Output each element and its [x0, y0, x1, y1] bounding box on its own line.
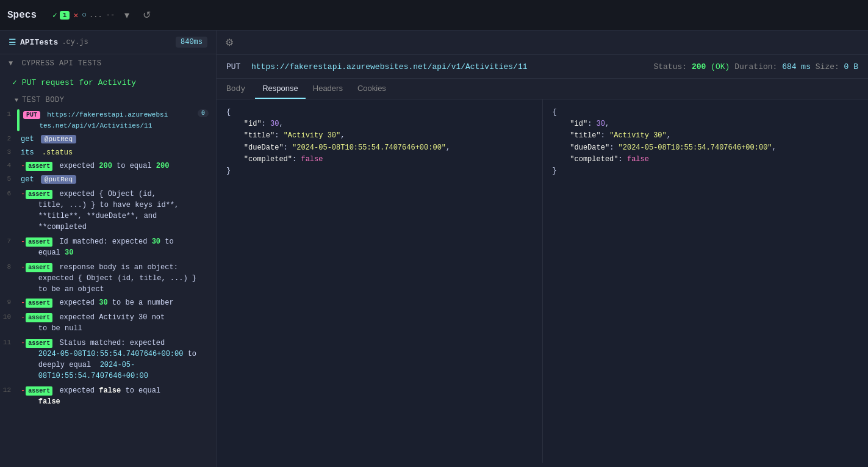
dropdown-button[interactable]: ▾ — [121, 7, 133, 23]
browser-bar: ⚙ — [217, 31, 868, 55]
file-title-group: ☰ APITests .cy.js — [9, 37, 88, 48]
http-request-bar: PUT https://fakerestapi.azurewebsites.ne… — [217, 55, 868, 79]
assert-badge-6: assert — [26, 190, 52, 199]
tab-response[interactable]: Response — [255, 79, 306, 99]
pass-count: 1 — [60, 11, 70, 20]
assert-badge-10: assert — [26, 313, 52, 322]
line-content-12: -assert expected false to equal false — [17, 385, 211, 407]
http-duration-label: Duration: — [734, 62, 782, 71]
refresh-button[interactable]: ↺ — [139, 7, 154, 23]
tabs-row: Body Response Headers Cookies — [217, 79, 868, 100]
its-keyword: its — [21, 148, 34, 157]
test-body-label: TEST BODY — [22, 96, 64, 104]
code-line-1[interactable]: 1 PUT https://fakerestapi.azurewebsi tes… — [0, 108, 216, 132]
get-keyword-5: get — [21, 175, 34, 184]
http-status-label: Status: — [653, 62, 691, 71]
assert-text-9: expected 30 to be a number — [59, 299, 173, 307]
top-bar: Specs ✓ 1 ✕ ○ ... -- ▾ ↺ — [0, 0, 868, 31]
code-line-12[interactable]: 12 -assert expected false to equal false — [0, 383, 216, 408]
line-content-2: get @putReq — [17, 134, 211, 145]
http-method-url: PUT https://fakerestapi.azurewebsites.ne… — [226, 61, 528, 72]
assert-badge-9: assert — [26, 299, 52, 308]
test-item[interactable]: ✓ PUT request for Activity — [0, 73, 216, 92]
line-num-11: 11 — [0, 338, 17, 346]
line-num-5: 5 — [0, 174, 17, 183]
line-content-10: -assert expected Activity 30 not to be n… — [17, 312, 211, 334]
code-line-11[interactable]: 11 -assert Status matched: expected 2024… — [0, 335, 216, 383]
code-line-2[interactable]: 2 get @putReq — [0, 132, 216, 146]
line-content-8: -assert response body is an object: expe… — [17, 262, 211, 295]
main-layout: ☰ APITests .cy.js 840ms ▼ Cypress API te… — [0, 31, 868, 467]
http-method-label: PUT — [226, 62, 240, 71]
line-num-6: 6 — [0, 189, 17, 197]
http-url-label: https://fakerestapi.azurewebsites.net/ap… — [251, 62, 527, 71]
suite-header: ▼ Cypress API tests — [0, 54, 216, 73]
spinner-label: ... — [89, 11, 102, 20]
assert-prefix-8: - — [21, 263, 25, 272]
assert-prefix-9: - — [21, 299, 25, 307]
line-content-5: get @putReq — [17, 174, 211, 185]
assert-badge-12: assert — [26, 386, 52, 396]
assert-prefix-11: - — [21, 339, 25, 347]
code-line-7[interactable]: 7 -assert Id matched: expected 30 to equ… — [0, 234, 216, 259]
response-body-panel: { "id": 30, "title": "Activity 30", "due… — [543, 100, 869, 463]
test-controls: ✓ 1 ✕ ○ ... -- — [52, 10, 115, 20]
code-line-10[interactable]: 10 -assert expected Activity 30 not to b… — [0, 310, 216, 335]
suite-name: Cypress API tests — [21, 59, 101, 68]
dash-label: -- — [106, 11, 115, 20]
line-content-1: PUT https://fakerestapi.azurewebsi tes.n… — [23, 109, 198, 131]
line-num-9: 9 — [0, 297, 17, 306]
code-line-6[interactable]: 6 -assert expected { Object (id, title, … — [0, 186, 216, 234]
assert-prefix-10: - — [21, 313, 25, 322]
code-line-9[interactable]: 9 -assert expected 30 to be a number — [0, 296, 216, 310]
duration-badge: 840ms — [176, 37, 207, 48]
pass-badge: ✓ 1 — [52, 10, 70, 20]
code-line-8[interactable]: 8 -assert response body is an object: ex… — [0, 259, 216, 296]
app-title: Specs — [7, 10, 37, 21]
line-content-11: -assert Status matched: expected 2024-05… — [17, 338, 211, 382]
code-line-4[interactable]: 4 -assert expected 200 to equal 200 — [0, 159, 216, 173]
test-body-arrow: ▼ — [15, 97, 18, 104]
assert-prefix-12: - — [21, 386, 25, 395]
http-area: PUT https://fakerestapi.azurewebsites.ne… — [217, 55, 868, 467]
assert-text-4: expected 200 to equal 200 — [59, 162, 169, 170]
line-num-2: 2 — [0, 134, 17, 142]
line-content-3: its .status — [17, 147, 211, 158]
assert-prefix-7: - — [21, 237, 25, 246]
http-size-val: 0 B — [844, 62, 858, 71]
suite-arrow: ▼ — [9, 59, 13, 68]
tab-headers[interactable]: Headers — [306, 79, 350, 99]
file-name: APITests — [20, 38, 58, 47]
code-line-5[interactable]: 5 get @putReq — [0, 173, 216, 186]
test-check-icon: ✓ — [12, 78, 17, 87]
line-indicator-1 — [17, 109, 20, 131]
line-content-7: -assert Id matched: expected 30 to equal… — [17, 236, 211, 258]
left-panel: ☰ APITests .cy.js 840ms ▼ Cypress API te… — [0, 31, 217, 467]
test-name: PUT request for Activity — [22, 78, 136, 87]
spinner-badge: ○ ... — [82, 10, 102, 20]
status-prop: .status — [42, 148, 73, 157]
two-col-body: { "id": 30, "title": "Activity 30", "due… — [217, 100, 868, 463]
test-body-header: ▼ TEST BODY — [0, 92, 216, 108]
get-keyword-2: get — [21, 135, 34, 143]
line-content-6: -assert expected { Object (id, title, ..… — [17, 189, 211, 233]
line-num-7: 7 — [0, 236, 17, 245]
line-num-3: 3 — [0, 147, 17, 156]
line-content-4: -assert expected 200 to equal 200 — [17, 161, 211, 172]
request-json: { "id": 30, "title": "Activity 30", "due… — [226, 107, 533, 177]
right-panel: ⚙ PUT https://fakerestapi.azurewebsites.… — [217, 31, 868, 467]
http-status-text: (OK) — [711, 62, 730, 71]
file-header: ☰ APITests .cy.js 840ms — [0, 31, 216, 54]
assert-prefix-4: - — [21, 162, 25, 170]
code-line-3[interactable]: 3 its .status — [0, 146, 216, 159]
line-num-8: 8 — [0, 262, 17, 270]
assert-badge-4: assert — [26, 162, 52, 171]
settings-icon[interactable]: ⚙ — [223, 34, 236, 51]
http-size-label: Size: — [816, 62, 844, 71]
tab-cookies[interactable]: Cookies — [350, 79, 393, 99]
http-status-group: Status: 200 (OK) Duration: 684 ms Size: … — [653, 62, 858, 71]
request-counter: 0 — [198, 109, 209, 117]
line-num-1: 1 — [0, 109, 17, 118]
body-label: Body — [226, 79, 245, 98]
file-icon: ☰ — [9, 37, 16, 48]
